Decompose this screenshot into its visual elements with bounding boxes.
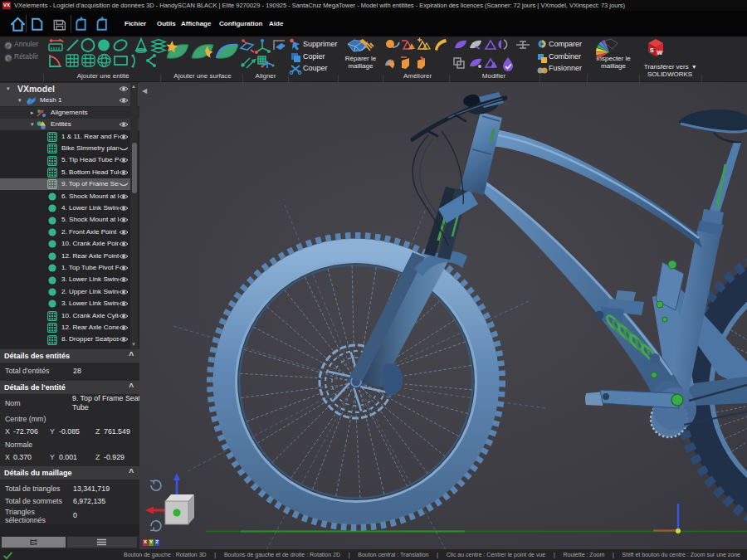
svg-text:W: W bbox=[657, 50, 663, 56]
svg-text:S: S bbox=[650, 47, 654, 53]
